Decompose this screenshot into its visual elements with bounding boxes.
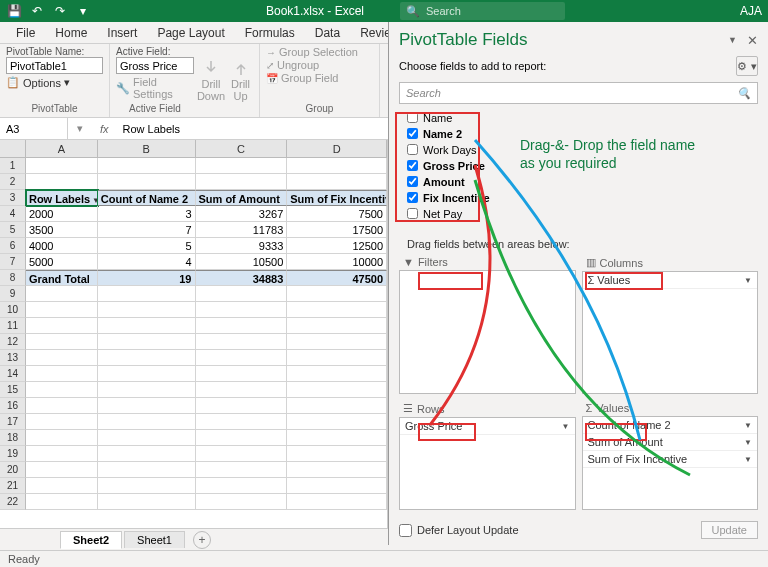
field-item[interactable]: Fix Incentive xyxy=(407,190,758,205)
cell[interactable] xyxy=(287,446,387,462)
cell[interactable] xyxy=(287,302,387,318)
cell[interactable]: 5 xyxy=(98,238,196,254)
cell[interactable] xyxy=(287,366,387,382)
cell[interactable]: 9333 xyxy=(196,238,288,254)
col-header-d[interactable]: D xyxy=(287,140,387,158)
cell[interactable]: Row Labels▼ xyxy=(26,190,98,206)
user-name[interactable]: AJA xyxy=(740,4,762,18)
cell[interactable]: 34883 xyxy=(196,270,288,286)
undo-icon[interactable]: ↶ xyxy=(27,1,47,21)
cell[interactable]: 17500 xyxy=(287,222,387,238)
update-button[interactable]: Update xyxy=(701,521,758,539)
row-header[interactable]: 15 xyxy=(0,382,26,398)
row-header[interactable]: 13 xyxy=(0,350,26,366)
cell[interactable] xyxy=(26,462,98,478)
cell[interactable] xyxy=(287,174,387,190)
col-header-c[interactable]: C xyxy=(196,140,288,158)
row-header[interactable]: 9 xyxy=(0,286,26,302)
tab-file[interactable]: File xyxy=(6,23,45,43)
cell[interactable] xyxy=(196,286,288,302)
cell[interactable]: 4000 xyxy=(26,238,98,254)
cell[interactable] xyxy=(26,382,98,398)
tab-insert[interactable]: Insert xyxy=(97,23,147,43)
cell[interactable]: 10500 xyxy=(196,254,288,270)
cell[interactable]: 3 xyxy=(98,206,196,222)
redo-icon[interactable]: ↷ xyxy=(50,1,70,21)
cell[interactable]: 12500 xyxy=(287,238,387,254)
cell[interactable] xyxy=(287,286,387,302)
row-header[interactable]: 7 xyxy=(0,254,26,270)
cell[interactable] xyxy=(98,302,196,318)
cell[interactable] xyxy=(196,158,288,174)
field-checkbox[interactable] xyxy=(407,160,418,171)
row-header[interactable]: 6 xyxy=(0,238,26,254)
cell[interactable]: 19 xyxy=(98,270,196,286)
tab-formulas[interactable]: Formulas xyxy=(235,23,305,43)
cell[interactable]: Sum of Fix Incentive xyxy=(287,190,387,206)
cell[interactable] xyxy=(98,430,196,446)
row-header[interactable]: 8 xyxy=(0,270,26,286)
field-checkbox[interactable] xyxy=(407,128,418,139)
cell[interactable] xyxy=(98,494,196,510)
group-selection-button[interactable]: → Group Selection xyxy=(266,46,373,58)
cell[interactable] xyxy=(98,462,196,478)
row-header[interactable]: 2 xyxy=(0,174,26,190)
cell[interactable] xyxy=(287,334,387,350)
row-header[interactable]: 10 xyxy=(0,302,26,318)
ptf-dropdown-icon[interactable]: ▼ xyxy=(728,35,737,45)
row-header[interactable]: 12 xyxy=(0,334,26,350)
tab-home[interactable]: Home xyxy=(45,23,97,43)
cell[interactable]: 4 xyxy=(98,254,196,270)
cell[interactable] xyxy=(26,158,98,174)
cell[interactable] xyxy=(196,478,288,494)
worksheet-grid[interactable]: A B C D 123 Row Labels▼ Count of Name 2 … xyxy=(0,140,388,528)
cell[interactable]: 7500 xyxy=(287,206,387,222)
area-item[interactable]: Count of Name 2▼ xyxy=(583,417,758,434)
row-header[interactable]: 18 xyxy=(0,430,26,446)
cell[interactable] xyxy=(98,318,196,334)
cell[interactable]: 3267 xyxy=(196,206,288,222)
col-header-a[interactable]: A xyxy=(26,140,98,158)
pivottable-name-input[interactable]: PivotTable1 xyxy=(6,57,103,74)
field-settings-button[interactable]: 🔧 Field Settings xyxy=(116,76,194,100)
cell[interactable]: 2000 xyxy=(26,206,98,222)
cell[interactable] xyxy=(196,174,288,190)
field-item[interactable]: Amount xyxy=(407,174,758,189)
cell[interactable]: Count of Name 2 xyxy=(98,190,196,206)
cell[interactable] xyxy=(98,350,196,366)
row-header[interactable]: 19 xyxy=(0,446,26,462)
row-header[interactable]: 14 xyxy=(0,366,26,382)
cell[interactable] xyxy=(287,398,387,414)
cell[interactable] xyxy=(287,350,387,366)
drill-down-button[interactable]: Drill Down xyxy=(194,46,228,115)
values-area[interactable]: Count of Name 2▼Sum of Amount▼Sum of Fix… xyxy=(582,416,759,510)
field-checkbox[interactable] xyxy=(407,208,418,219)
search-box[interactable]: 🔍 Search xyxy=(400,2,565,20)
cell[interactable] xyxy=(98,286,196,302)
sheet-tab-active[interactable]: Sheet2 xyxy=(60,531,122,549)
field-checkbox[interactable] xyxy=(407,176,418,187)
tab-page-layout[interactable]: Page Layout xyxy=(147,23,234,43)
cell[interactable]: 10000 xyxy=(287,254,387,270)
cell[interactable] xyxy=(26,366,98,382)
row-header[interactable]: 11 xyxy=(0,318,26,334)
name-box[interactable]: A3 xyxy=(0,118,68,140)
cell[interactable] xyxy=(196,446,288,462)
row-header[interactable]: 17 xyxy=(0,414,26,430)
fx-icon[interactable]: fx xyxy=(92,123,117,135)
cell[interactable] xyxy=(287,462,387,478)
cell[interactable] xyxy=(26,174,98,190)
active-field-input[interactable]: Gross Price xyxy=(116,57,194,74)
cell[interactable] xyxy=(196,382,288,398)
cell[interactable] xyxy=(287,382,387,398)
options-button[interactable]: 📋 Options ▾ xyxy=(6,76,103,89)
cell[interactable] xyxy=(26,446,98,462)
cell[interactable] xyxy=(26,334,98,350)
field-item[interactable]: Name xyxy=(407,110,758,125)
cell[interactable]: 47500 xyxy=(287,270,387,286)
save-icon[interactable]: 💾 xyxy=(4,1,24,21)
cell[interactable] xyxy=(26,414,98,430)
cell[interactable] xyxy=(98,446,196,462)
row-header[interactable]: 3 xyxy=(0,190,26,206)
cell[interactable] xyxy=(287,158,387,174)
